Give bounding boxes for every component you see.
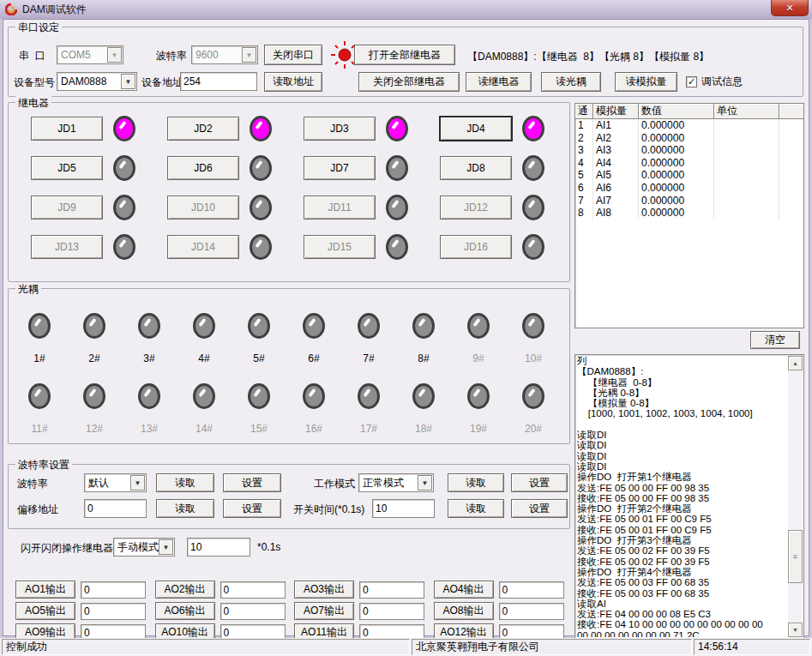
ao-output-button-5[interactable]: AO5输出 — [15, 602, 75, 620]
table-cell: AI1 — [593, 119, 639, 132]
read-addr-button[interactable]: 读取地址 — [264, 72, 322, 92]
ao-output-button-8[interactable]: AO8输出 — [434, 602, 494, 620]
scroll-up-icon[interactable]: ▲ — [788, 356, 803, 370]
opto-cell: 12# — [77, 383, 111, 435]
close-all-relays-button[interactable]: 关闭全部继电器 — [358, 72, 460, 92]
baud-set-button[interactable]: 设置 — [223, 473, 281, 492]
ao-output-input-3[interactable] — [359, 581, 424, 599]
switch-time-set-button[interactable]: 设置 — [511, 499, 568, 518]
offset-read-button[interactable]: 读取 — [156, 499, 214, 518]
work-mode-combo[interactable]: 正常模式 ▼ — [358, 473, 434, 492]
status-message: 控制成功 — [2, 639, 410, 655]
relay-button-jd6[interactable]: JD6 — [167, 156, 239, 180]
work-mode-read-button[interactable]: 读取 — [448, 473, 504, 492]
read-analog-button[interactable]: 读模拟量 — [615, 72, 677, 92]
baud-read-button[interactable]: 读取 — [156, 473, 214, 492]
ao-output-button-4[interactable]: AO4输出 — [434, 581, 494, 599]
opto-cell: 14# — [187, 383, 221, 435]
opto-led-icon — [248, 383, 270, 409]
baudrate-label: 波特率 — [17, 477, 48, 491]
relay-button-jd8[interactable]: JD8 — [440, 156, 512, 180]
ao-output-input-2[interactable] — [220, 581, 286, 599]
ao-output-input-6[interactable] — [220, 603, 286, 620]
opto-label: 19# — [470, 423, 487, 435]
ao-output-button-6[interactable]: AO6输出 — [155, 602, 215, 620]
table-cell: AI8 — [593, 207, 639, 220]
debug-info-checkbox[interactable]: ✓ 调试信息 — [686, 75, 743, 89]
title-bar: DAM调试软件 ✕ — [0, 0, 812, 19]
port-combo[interactable]: COM5 ▼ — [57, 45, 123, 64]
analog-col-header[interactable]: 数值 — [639, 104, 714, 119]
relay-button-jd7[interactable]: JD7 — [304, 156, 376, 180]
open-all-relays-button[interactable]: 打开全部继电器 — [354, 45, 455, 65]
close-serial-button[interactable]: 关闭串口 — [264, 45, 322, 65]
analog-col-header[interactable] — [779, 104, 803, 119]
relay-led-icon — [113, 195, 135, 220]
ao-output-input-5[interactable] — [81, 603, 146, 620]
analog-col-header[interactable]: 模拟量 — [593, 104, 639, 119]
device-addr-input[interactable] — [180, 72, 257, 91]
opto-cell: 16# — [297, 383, 331, 435]
baudrate-combo[interactable]: 默认 ▼ — [84, 473, 147, 492]
clear-log-button[interactable]: 清空 — [750, 331, 800, 349]
relay-led-icon — [250, 234, 272, 260]
relay-button-jd11: JD11 — [304, 196, 376, 220]
relay-cell: JD8 — [428, 156, 564, 180]
scroll-down-icon[interactable]: ▼ — [788, 623, 803, 637]
opto-label: 11# — [31, 423, 47, 435]
ao-cell: AO8输出 — [434, 602, 574, 620]
table-cell: AI5 — [593, 169, 639, 182]
opto-cell: 13# — [132, 383, 166, 435]
opto-label: 7# — [363, 352, 374, 364]
switch-time-input[interactable] — [372, 499, 435, 518]
ao-cell: AO2输出 — [155, 581, 295, 599]
baud-combo[interactable]: 9600 ▼ — [191, 45, 258, 64]
ao-output-button-7[interactable]: AO7输出 — [294, 602, 354, 620]
table-cell: 0.000000 — [639, 169, 714, 182]
opto-cell: 15# — [242, 383, 276, 435]
main-content: 串口设定 串 口 COM5 ▼ 波特率 9600 ▼ 关闭串口 — [3, 19, 809, 636]
flash-mode-combo[interactable]: 手动模式 ▼ — [113, 538, 175, 557]
offset-set-button[interactable]: 设置 — [223, 499, 281, 518]
chevron-down-icon: ▼ — [121, 74, 135, 89]
relay-cell: JD16 — [428, 235, 564, 259]
analog-col-header[interactable]: 单位 — [714, 104, 779, 119]
flash-time-input[interactable] — [187, 538, 250, 557]
relay-button-jd3[interactable]: JD3 — [304, 117, 376, 141]
offset-addr-input[interactable] — [84, 499, 147, 518]
opto-led-icon — [522, 383, 544, 409]
table-cell: AI6 — [593, 182, 639, 195]
read-relay-button[interactable]: 读继电器 — [466, 72, 532, 92]
switch-time-read-button[interactable]: 读取 — [448, 499, 504, 518]
ao-output-button-1[interactable]: AO1输出 — [15, 581, 75, 599]
read-opto-button[interactable]: 读光耦 — [541, 72, 601, 92]
close-button[interactable]: ✕ — [771, 0, 809, 16]
work-mode-set-button[interactable]: 设置 — [511, 473, 568, 492]
log-box[interactable]: 列 【DAM0888】: 【继电器 0-8】 【光耦 0-8】 【模拟量 0-8… — [574, 354, 804, 639]
log-scrollbar[interactable]: ▲ ≡ ▼ — [788, 356, 803, 637]
relay-button-jd2[interactable]: JD2 — [167, 117, 239, 141]
ao-cell: AO3输出 — [294, 581, 434, 599]
opto-cell: 1# — [22, 313, 57, 364]
ao-output-input-8[interactable] — [499, 603, 564, 620]
relay-led-icon — [250, 116, 272, 141]
ao-output-button-2[interactable]: AO2输出 — [155, 581, 215, 599]
analog-col-header[interactable]: 通 — [575, 104, 593, 119]
opto-cell: 19# — [461, 383, 496, 435]
relay-button-jd4[interactable]: JD4 — [440, 117, 512, 141]
ao-output-button-3[interactable]: AO3输出 — [294, 581, 354, 599]
relay-button-jd5[interactable]: JD5 — [31, 156, 103, 180]
scrollbar-thumb[interactable]: ≡ — [788, 530, 803, 583]
ao-output-input-7[interactable] — [359, 603, 424, 620]
debug-info-label: 调试信息 — [701, 75, 743, 89]
ao-output-input-1[interactable] — [81, 581, 146, 599]
status-company: 北京聚英翱翔电子有限公司 — [412, 639, 692, 655]
model-combo[interactable]: DAM0888 ▼ — [57, 72, 137, 91]
opto-cell: 5# — [242, 313, 276, 364]
relay-led-icon — [522, 195, 544, 220]
relay-button-jd1[interactable]: JD1 — [31, 117, 103, 141]
log-text: 列 【DAM0888】: 【继电器 0-8】 【光耦 0-8】 【模拟量 0-8… — [577, 356, 787, 637]
baud-label: 波特率 — [156, 49, 187, 63]
ao-output-input-4[interactable] — [499, 581, 564, 599]
relay-led-icon — [522, 234, 544, 260]
